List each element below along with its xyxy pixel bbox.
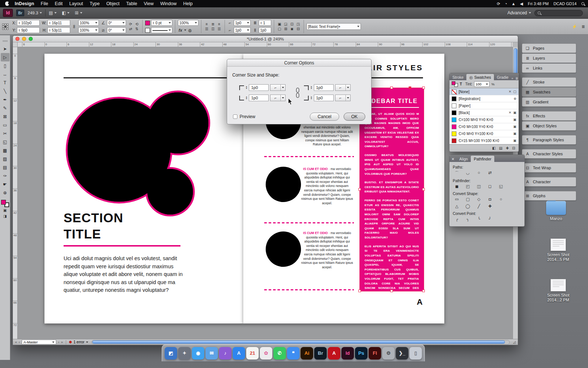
convert-point-button[interactable]: ╭: [454, 217, 460, 222]
menu-item[interactable]: Layout: [66, 0, 87, 7]
stroke-color-chip[interactable]: [145, 28, 150, 33]
quick-apply-icon[interactable]: ⚡: [572, 24, 577, 29]
fit-proportional-icon[interactable]: ◳: [295, 22, 301, 26]
dock-app-icon[interactable]: ✉: [205, 347, 218, 360]
panel-dock-item[interactable]: ▦ Swatches: [522, 87, 576, 97]
selection-anchor[interactable]: [409, 86, 411, 89]
menu-item[interactable]: View: [140, 0, 157, 7]
tab-stroke[interactable]: Stroke: [449, 74, 466, 80]
tool-button[interactable]: ✑: [1, 171, 10, 180]
panel-dock-item[interactable]: ∞ Links: [522, 63, 576, 73]
convert-shape-button[interactable]: ✚: [487, 204, 493, 209]
corner-shape-dropdown[interactable]: ⌐: [335, 84, 351, 91]
page-select-dropdown[interactable]: A-Master: [22, 340, 56, 344]
distribute-right-icon[interactable]: ☰: [216, 27, 222, 31]
tool-button[interactable]: ▩: [1, 146, 10, 155]
first-page-button[interactable]: «: [15, 340, 17, 344]
corner-size-input[interactable]: 1p0: [314, 95, 334, 101]
section-title[interactable]: SECTIONTITLE: [64, 210, 123, 242]
rotate-cw-icon[interactable]: ⟳: [128, 22, 133, 26]
panel-dock-item[interactable]: ▣ Object Styles: [522, 121, 576, 131]
dock-app-icon[interactable]: Br: [314, 347, 327, 360]
y-input[interactable]: ▲▼9p0: [17, 27, 40, 33]
tool-button[interactable]: ✎: [1, 104, 10, 112]
corner-shape-dropdown[interactable]: ⌐: [335, 95, 351, 101]
wrap-shape-icon[interactable]: ◙: [289, 27, 295, 31]
apply-color-button[interactable]: ▣: [1, 207, 9, 213]
convert-shape-button[interactable]: ◯: [465, 204, 471, 209]
desktop-file[interactable]: Screen Shot2014...2 PM: [546, 279, 570, 302]
dock-app-icon[interactable]: ◩: [165, 347, 177, 360]
panel-menu-icon[interactable]: ≣: [516, 77, 519, 80]
pathfinder-button[interactable]: ◻: [487, 184, 493, 189]
convert-shape-button[interactable]: ▭: [454, 197, 460, 202]
distribute-center-icon[interactable]: ☲: [210, 27, 216, 31]
swatch-row[interactable]: C=0 M=0 Y=100 K=0 ▣: [449, 130, 519, 137]
gutter-input[interactable]: 1p0: [259, 27, 271, 33]
tool-button[interactable]: ◱: [1, 138, 10, 146]
stroke-weight-dropdown[interactable]: ▲▼0 pt: [151, 20, 172, 26]
stroke-type-dropdown[interactable]: [151, 27, 172, 33]
width-input[interactable]: ▲▼16p11: [47, 20, 70, 26]
close-panel-icon[interactable]: ✕: [449, 156, 456, 162]
last-page-button[interactable]: »: [61, 340, 63, 344]
reference-point-proxy[interactable]: [2, 24, 8, 30]
paths-button[interactable]: ⌒: [454, 170, 460, 176]
link-corners-icon[interactable]: [295, 87, 300, 100]
convert-shape-button[interactable]: ◇: [476, 197, 482, 202]
x-input[interactable]: ▲▼102p0: [17, 20, 40, 26]
panel-dock-item[interactable]: ▥ Gradient: [522, 97, 576, 107]
corner-size-input[interactable]: 1p0: [249, 84, 269, 91]
tool-button[interactable]: ✂: [1, 129, 10, 138]
selection-handle[interactable]: [422, 188, 425, 191]
dock-app-icon[interactable]: 21: [246, 347, 259, 360]
article-text[interactable]: IS CUM ET ODIO · ma verrovitatio quossit…: [301, 231, 353, 269]
collapse-panel-icon[interactable]: »: [512, 77, 513, 80]
selection-handle[interactable]: [358, 290, 361, 292]
height-input[interactable]: ▲▼53p11: [47, 27, 70, 33]
corner-size-stepper[interactable]: ▲▼: [310, 86, 312, 90]
swatches-footer-button[interactable]: ⊟: [512, 146, 515, 150]
menu-item[interactable]: Type: [86, 0, 103, 7]
fit-frame-icon[interactable]: ◲: [283, 22, 288, 26]
bridge-icon[interactable]: Br: [16, 10, 24, 16]
object-style-dropdown[interactable]: [Basic Text Frame]+: [306, 23, 361, 30]
menubar-status-icon[interactable]: ⟳: [497, 1, 500, 6]
swatch-row[interactable]: C=100 M=0 Y=0 K=0 ▣: [449, 116, 519, 123]
tool-button[interactable]: ✒: [1, 95, 10, 104]
ok-button[interactable]: OK: [344, 113, 365, 121]
tab-gradient[interactable]: Gradie: [494, 74, 512, 80]
swatch-row[interactable]: [Black] ✕▣: [449, 109, 519, 116]
fill-stroke-proxy[interactable]: [1, 200, 9, 207]
dock-app-icon[interactable]: ⚙: [382, 347, 395, 360]
menubar-account[interactable]: DCAD GD14: [553, 1, 577, 6]
corner-size-stepper[interactable]: ▲▼: [310, 96, 312, 100]
dock-app-icon[interactable]: ♪: [219, 347, 232, 360]
dock-app-icon[interactable]: ✦: [178, 347, 191, 360]
menu-item[interactable]: Object: [103, 0, 123, 7]
fit-content-icon[interactable]: ▣: [277, 22, 282, 26]
panel-dock-item[interactable]: A Character Styles: [522, 149, 576, 159]
menubar-status-icon[interactable]: ▲: [512, 1, 516, 6]
convert-shape-button[interactable]: ○: [498, 197, 504, 202]
align-left-icon[interactable]: ≡: [204, 22, 209, 26]
appbar-dropdown[interactable]: ▤: [49, 10, 57, 15]
tool-button[interactable]: ▤: [1, 163, 10, 171]
corner-radius-input[interactable]: 1p0: [234, 27, 251, 33]
checkbox-box[interactable]: [233, 114, 237, 119]
tool-button[interactable]: ⊕: [1, 188, 10, 197]
horizontal-scrollbar[interactable]: [92, 340, 510, 344]
menu-item[interactable]: Table: [123, 0, 140, 7]
flip-vertical-icon[interactable]: ⇅: [134, 27, 140, 31]
align-right-icon[interactable]: ≡: [216, 22, 222, 26]
zoom-level-dropdown[interactable]: 249.3: [28, 11, 42, 15]
swatches-footer-button[interactable]: ▤: [499, 146, 502, 150]
corner-size-input[interactable]: 1p0: [314, 84, 334, 91]
screen-mode-button[interactable]: ◨: [1, 213, 9, 219]
desktop-file[interactable]: Screen Shot2014...5 PM: [546, 238, 570, 262]
tool-button[interactable]: ➤: [1, 45, 10, 53]
rotation-input[interactable]: 0°: [107, 20, 126, 26]
spotlight-icon[interactable]: [581, 2, 584, 5]
rotate-ccw-icon[interactable]: ⟲: [134, 22, 140, 26]
tool-button[interactable]: ⊠: [1, 112, 10, 121]
